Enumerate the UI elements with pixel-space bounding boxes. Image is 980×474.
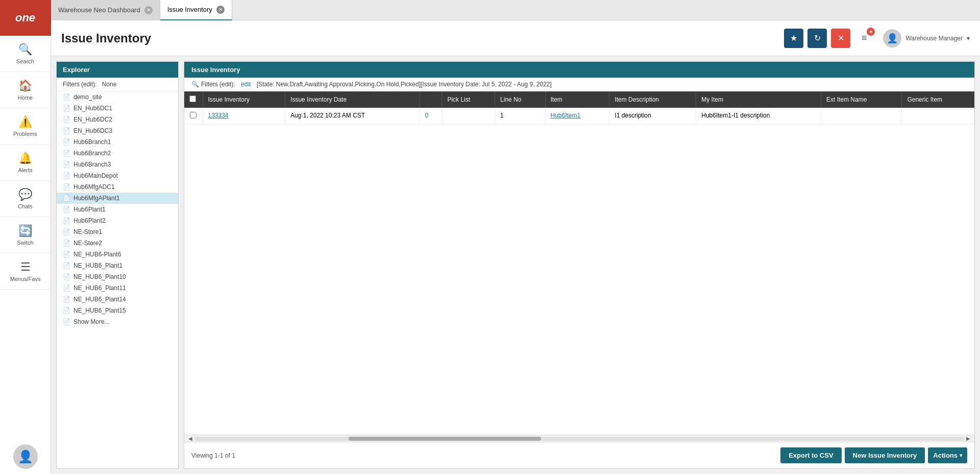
explorer-item-ne_hub6_plant6[interactable]: 📄 NE_HUB6-Plant6	[57, 249, 178, 260]
actions-button[interactable]: Actions ▾	[928, 447, 967, 463]
table-filters-label: Filters (edit):	[201, 81, 235, 88]
explorer-item-en_hub6dc1[interactable]: 📄 EN_Hub6DC1	[57, 103, 178, 114]
explorer-item-label: EN_Hub6DC3	[74, 127, 172, 134]
explorer-item-ne_store1[interactable]: 📄 NE-Store1	[57, 226, 178, 238]
sidebar-item-switch[interactable]: 🔄 Switch	[0, 217, 51, 253]
explorer-item-hub6mfgadc1[interactable]: 📄 Hub6MfgADC1	[57, 181, 178, 193]
tab-dashboard-label: Warehouse Neo Dashboard	[58, 6, 140, 14]
logo-text: one	[15, 11, 35, 25]
explorer-item-ne_hub6_plant14[interactable]: 📄 NE_HUB6_Plant14	[57, 294, 178, 305]
file-icon: 📄	[63, 240, 70, 247]
favorite-button[interactable]: ★	[784, 29, 803, 48]
footer-actions: Export to CSV New Issue Inventory Action…	[780, 447, 967, 463]
sidebar-item-menusfavs[interactable]: ☰ Menus/Favs	[0, 253, 51, 290]
new-issue-inventory-button[interactable]: New Issue Inventory	[845, 447, 925, 463]
search-icon: 🔍	[18, 43, 32, 56]
col-header-issue_inventory: Issue Inventory	[203, 91, 285, 108]
explorer-item-ne_hub6_plant15[interactable]: 📄 NE_HUB6_Plant15	[57, 305, 178, 316]
row-checkbox[interactable]	[190, 112, 197, 118]
tab-issue-inventory[interactable]: Issue Inventory ✕	[160, 0, 232, 20]
explorer-list: 📄 demo_site 📄 EN_Hub6DC1 📄 EN_Hub6DC2 📄 …	[57, 91, 178, 468]
explorer-item-hub6maindepot[interactable]: 📄 Hub6MainDepot	[57, 170, 178, 181]
explorer-item-label: NE_HUB6_Plant11	[74, 285, 172, 292]
file-icon: 📄	[63, 93, 70, 101]
explorer-item-label: EN_Hub6DC2	[74, 116, 172, 123]
refresh-button[interactable]: ↻	[807, 29, 827, 48]
explorer-item-label: NE_HUB6_Plant1	[74, 262, 172, 269]
table-footer: Viewing 1-1 of 1 Export to CSV New Issue…	[184, 442, 974, 468]
file-icon: 📄	[63, 273, 70, 280]
switch-icon: 🔄	[18, 224, 32, 238]
table-filters-edit-link[interactable]: edit	[241, 81, 251, 88]
sidebar-item-home[interactable]: 🏠 Home	[0, 72, 51, 108]
explorer-item-hub6mfgaplant1[interactable]: 📄 Hub6MfgAPlant1	[57, 193, 178, 204]
sidebar-label-switch: Switch	[17, 240, 33, 246]
sidebar-item-problems[interactable]: ⚠️ Problems	[0, 108, 51, 145]
cell-my_item: Hub6Item1-I1 description	[696, 108, 821, 125]
explorer-item-label: Hub6Plant1	[74, 206, 172, 213]
select-all-checkbox[interactable]	[189, 96, 196, 102]
sidebar-item-search[interactable]: 🔍 Search	[0, 36, 51, 72]
explorer-item-hub6branch3[interactable]: 📄 Hub6Branch3	[57, 159, 178, 170]
close-button[interactable]: ✕	[831, 29, 850, 48]
explorer-item-label: NE-Store1	[74, 228, 172, 235]
export-csv-button[interactable]: Export to CSV	[780, 447, 841, 463]
explorer-item-hub6branch2[interactable]: 📄 Hub6Branch2	[57, 148, 178, 159]
explorer-item-label: Hub6MainDepot	[74, 172, 172, 179]
cell-ext_item_name	[821, 108, 902, 125]
scrollbar-thumb[interactable]	[349, 437, 541, 441]
cell-checkbox	[184, 108, 203, 125]
doc-count[interactable]: 0	[425, 112, 429, 119]
explorer-item-demo_site[interactable]: 📄 demo_site	[57, 91, 178, 103]
explorer-item-ne_hub6_plant1[interactable]: 📄 NE_HUB6_Plant1	[57, 260, 178, 271]
table-filters-value: [State: New,Draft,Awaiting Approval,Pick…	[257, 81, 552, 88]
notification-badge: ★	[867, 28, 875, 36]
scroll-right-button[interactable]: ▶	[964, 436, 972, 441]
table-row: 133334Aug 1, 2022 10:23 AM CST01Hub6Item…	[184, 108, 974, 125]
table-wrapper[interactable]: Issue InventoryIssue Inventory DatePick …	[184, 91, 974, 435]
explorer-item-en_hub6dc2[interactable]: 📄 EN_Hub6DC2	[57, 114, 178, 125]
explorer-item-label: Hub6MfgADC1	[74, 183, 172, 191]
sidebar: one 🔍 Search 🏠 Home ⚠️ Problems 🔔 Alerts…	[0, 0, 51, 474]
scroll-left-button[interactable]: ◀	[186, 436, 194, 441]
issue-inventory-link[interactable]: 133334	[208, 112, 229, 119]
explorer-item-ne_hub6_plant10[interactable]: 📄 NE_HUB6_Plant10	[57, 271, 178, 282]
tab-dashboard-close[interactable]: ✕	[144, 6, 153, 14]
explorer-filters: Filters (edit): None	[57, 78, 178, 91]
filter-icon: 🔍	[191, 81, 199, 88]
explorer-item-ne_hub6_plant11[interactable]: 📄 NE_HUB6_Plant11	[57, 282, 178, 294]
sidebar-item-chats[interactable]: 💬 Chats	[0, 181, 51, 217]
sidebar-item-alerts[interactable]: 🔔 Alerts	[0, 145, 51, 181]
horizontal-scrollbar[interactable]: ◀ ▶	[184, 435, 974, 442]
cell-doc_icon: 0	[420, 108, 442, 125]
menu-button[interactable]: ≡ ★	[854, 29, 874, 48]
header-actions: ★ ↻ ✕ ≡ ★ 👤 Warehouse Manager ▾	[784, 29, 970, 48]
tab-issue-inventory-close[interactable]: ✕	[216, 6, 225, 14]
sidebar-label-alerts: Alerts	[18, 167, 32, 173]
table-filters: 🔍 Filters (edit): edit [State: New,Draft…	[184, 78, 974, 91]
explorer-item-hub6branch1[interactable]: 📄 Hub6Branch1	[57, 136, 178, 148]
home-icon: 🏠	[18, 79, 32, 92]
sidebar-user-avatar[interactable]: 👤	[13, 444, 38, 469]
problems-icon: ⚠️	[18, 115, 32, 129]
explorer-item-ne_store2[interactable]: 📄 NE-Store2	[57, 238, 178, 249]
app-logo[interactable]: one	[0, 0, 51, 36]
user-dropdown-arrow[interactable]: ▾	[967, 35, 970, 42]
file-icon: 📄	[63, 217, 70, 224]
explorer-item-en_hub6dc3[interactable]: 📄 EN_Hub6DC3	[57, 125, 178, 136]
explorer-item-show_more[interactable]: 📄 Show More...	[57, 316, 178, 327]
tab-issue-inventory-label: Issue Inventory	[167, 6, 212, 13]
col-header-pick_list: Pick List	[442, 91, 495, 108]
explorer-item-label: Hub6MfgAPlant1	[74, 195, 172, 202]
file-icon: 📄	[63, 183, 70, 191]
cell-generic_item	[902, 108, 974, 125]
tab-dashboard[interactable]: Warehouse Neo Dashboard ✕	[51, 0, 160, 20]
explorer-item-hub6plant1[interactable]: 📄 Hub6Plant1	[57, 204, 178, 215]
file-icon: 📄	[63, 318, 70, 325]
explorer-item-hub6plant2[interactable]: 📄 Hub6Plant2	[57, 215, 178, 226]
file-icon: 📄	[63, 206, 70, 213]
cell-pick_list	[442, 108, 495, 125]
explorer-item-label: NE_HUB6_Plant15	[74, 307, 172, 314]
item-link[interactable]: Hub6Item1	[551, 112, 581, 119]
header-bar: Issue Inventory ★ ↻ ✕ ≡ ★ 👤 Warehouse Ma…	[51, 20, 980, 56]
